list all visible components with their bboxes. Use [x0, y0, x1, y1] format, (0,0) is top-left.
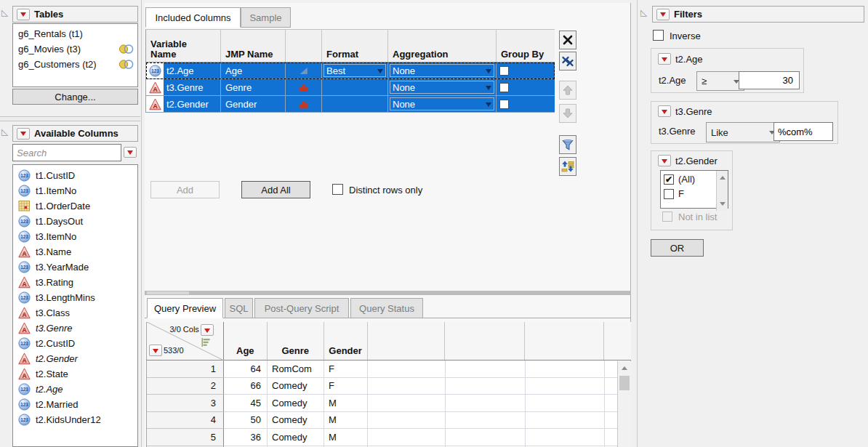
inverse-checkbox[interactable]	[653, 30, 664, 41]
nominal-modeling-icon[interactable]	[298, 99, 309, 110]
column-item[interactable]: t2.KidsUnder12	[13, 412, 137, 427]
remove-column-button[interactable]	[559, 31, 576, 49]
add-all-button[interactable]: Add All	[241, 181, 310, 198]
included-row-gender[interactable]: t2.Gender Gender None	[146, 96, 555, 113]
cell-gender[interactable]: M	[324, 429, 368, 446]
included-row-age[interactable]: t2.Age Age Best None	[146, 63, 555, 79]
genre-value-input[interactable]	[773, 122, 833, 141]
splitter-right-vertical[interactable]	[637, 0, 638, 447]
red-triangle-menu-search[interactable]	[124, 147, 137, 158]
disclosure-triangle-tables[interactable]: ◺	[1, 8, 8, 17]
row-number[interactable]: 4	[147, 412, 224, 430]
format-dropdown[interactable]: Best	[324, 64, 386, 77]
row-number[interactable]: 1	[147, 361, 224, 378]
splitter-left-vertical[interactable]	[141, 0, 142, 447]
columns-panel-icon[interactable]	[201, 337, 211, 347]
or-button[interactable]: OR	[651, 239, 704, 257]
scroll-up-button[interactable]	[618, 361, 631, 374]
cell-genre[interactable]: Comedy	[268, 429, 324, 446]
tab-included-columns[interactable]: Included Columns	[145, 7, 241, 28]
cell-gender[interactable]: M	[324, 412, 368, 430]
column-item[interactable]: t1.DaysOut	[13, 214, 137, 229]
preview-scrollbar[interactable]	[617, 361, 631, 447]
cell-age[interactable]: 64	[224, 361, 268, 378]
red-triangle-menu-tables[interactable]	[17, 9, 30, 20]
column-item[interactable]: t2.State	[13, 366, 137, 382]
table-row[interactable]: 1 64 RomCom F	[147, 361, 617, 378]
column-item[interactable]: t2.Gender	[13, 351, 137, 366]
gender-list-scrollbar[interactable]	[716, 171, 728, 211]
column-item[interactable]: t2.CustID	[13, 336, 137, 351]
included-row-genre[interactable]: t3.Genre Genre None	[146, 79, 555, 96]
cell-gender[interactable]: M	[324, 395, 368, 412]
not-in-list-checkbox[interactable]	[662, 212, 672, 222]
red-triangle-menu-rows[interactable]	[149, 345, 162, 356]
age-value-input[interactable]	[739, 71, 800, 89]
cell-genre[interactable]: Comedy	[268, 412, 324, 430]
cell-age[interactable]: 50	[224, 412, 268, 430]
row-number[interactable]: 2	[147, 378, 224, 395]
preview-col-gender[interactable]: Gender	[324, 322, 368, 360]
column-item[interactable]: t2.Age	[13, 382, 137, 397]
aggregation-dropdown[interactable]: None	[390, 64, 494, 77]
tab-sample[interactable]: Sample	[241, 7, 291, 28]
column-item[interactable]: t3.Class	[13, 305, 137, 321]
column-item[interactable]: t3.ItemNo	[13, 229, 137, 244]
order-by-button[interactable]	[559, 157, 576, 176]
cell-age[interactable]: 45	[224, 395, 268, 412]
red-triangle-menu-genre-filter[interactable]	[658, 105, 671, 117]
nominal-modeling-icon[interactable]	[298, 82, 309, 93]
distinct-rows-checkbox[interactable]	[332, 184, 343, 195]
preview-col-age[interactable]: Age	[224, 322, 268, 360]
splitter-handle[interactable]	[147, 291, 189, 294]
row-number[interactable]: 5	[147, 429, 224, 446]
column-item[interactable]: t3.YearMade	[13, 259, 137, 275]
table-row[interactable]: 3 45 Comedy M	[147, 395, 617, 412]
column-item[interactable]: t3.Name	[13, 244, 137, 259]
move-up-button[interactable]	[559, 81, 576, 100]
cell-gender[interactable]: F	[324, 378, 368, 395]
cell-genre[interactable]: Comedy	[268, 378, 324, 395]
aggregation-dropdown[interactable]: None	[390, 97, 494, 110]
scrollbar-thumb[interactable]	[619, 376, 630, 390]
column-item[interactable]: t2.Married	[13, 397, 137, 412]
splitter-left-horizontal[interactable]	[0, 116, 140, 121]
table-item-movies[interactable]: g6_Movies (t3)	[13, 41, 137, 57]
tab-query-status[interactable]: Query Status	[350, 298, 423, 318]
splitter-center-horizontal[interactable]	[145, 291, 631, 295]
cell-genre[interactable]: RomCom	[268, 361, 324, 378]
tab-sql[interactable]: SQL	[225, 298, 253, 318]
cell-age[interactable]: 36	[224, 429, 268, 446]
table-item-customers[interactable]: g6_Customers (t2)	[13, 57, 137, 72]
search-input[interactable]	[12, 144, 121, 161]
tab-post-query-script[interactable]: Post-Query Script	[254, 298, 349, 318]
column-item[interactable]: t3.LengthMins	[13, 290, 137, 305]
all-checkbox[interactable]	[664, 174, 674, 185]
column-item[interactable]: t1.CustID	[13, 168, 137, 183]
preview-col-genre[interactable]: Genre	[268, 322, 324, 360]
group-by-checkbox[interactable]	[499, 66, 509, 76]
change-tables-button[interactable]: Change...	[12, 89, 138, 105]
column-item[interactable]: t1.ItemNo	[13, 183, 137, 198]
row-number[interactable]: 3	[147, 395, 224, 412]
red-triangle-menu-columns[interactable]	[201, 324, 214, 336]
cell-age[interactable]: 66	[224, 378, 268, 395]
move-down-button[interactable]	[559, 104, 576, 123]
age-operator-dropdown[interactable]: ≥	[696, 71, 744, 91]
red-triangle-menu-gender-filter[interactable]	[658, 155, 671, 166]
tab-query-preview[interactable]: Query Preview	[147, 298, 223, 318]
remove-all-columns-button[interactable]	[559, 52, 576, 71]
table-row[interactable]: 5 36 Comedy M	[147, 429, 617, 446]
cell-gender[interactable]: F	[324, 361, 368, 378]
filter-button[interactable]	[559, 135, 576, 154]
genre-operator-dropdown[interactable]: Like	[706, 122, 780, 142]
column-item[interactable]: t3.Genre	[13, 321, 137, 336]
table-row[interactable]: 4 50 Comedy M	[147, 412, 617, 430]
table-item-rentals[interactable]: g6_Rentals (t1)	[13, 26, 137, 41]
f-checkbox[interactable]	[664, 189, 674, 199]
cell-genre[interactable]: Comedy	[268, 395, 324, 412]
table-row[interactable]: 2 66 Comedy F	[147, 378, 617, 395]
aggregation-dropdown[interactable]: None	[390, 81, 494, 94]
disclosure-triangle-available-columns[interactable]: ◺	[1, 127, 8, 136]
group-by-checkbox[interactable]	[499, 100, 509, 109]
